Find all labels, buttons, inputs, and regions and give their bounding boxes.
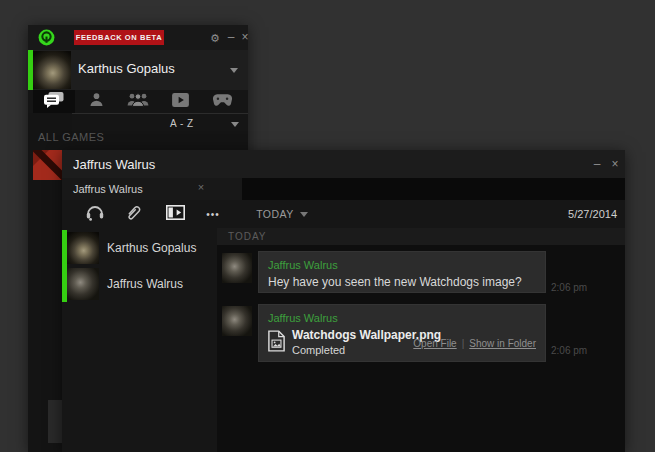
razer-comms-logo-icon [38,29,55,46]
contact-name: Karthus Gopalus [107,241,196,255]
chat-tab-bar: Jaffrus Walrus × [62,178,625,200]
chat-titlebar[interactable]: Jaffrus Walrus – × [62,150,625,178]
contact-name: Jaffrus Walrus [107,277,183,291]
contact-list: Karthus Gopalus Jaffrus Walrus [62,228,217,452]
chat-bubbles-icon [44,92,64,112]
image-file-icon [268,330,285,356]
filter-label: TODAY [256,208,294,220]
show-in-folder-link[interactable]: Show in Folder [469,338,536,349]
person-icon [89,92,104,111]
voice-call-button[interactable] [82,200,108,228]
paperclip-icon [125,204,141,225]
message-bubble: Jaffrus Walrus Watchd [258,304,546,362]
file-meta: Watchdogs Wallpaper.png Completed [292,329,413,357]
screen-share-icon [166,205,185,224]
media-tab[interactable] [159,90,201,113]
conversation-tab[interactable]: Jaffrus Walrus × [62,178,242,200]
message-history: TODAY Jaffrus Walrus Hey have you seen t… [217,228,625,452]
transfer-status: Completed [292,344,413,357]
screen-share-button[interactable] [161,200,189,228]
games-tab[interactable] [201,90,243,113]
desktop-background: FEEDBACK ON BETA ⚙ – × Karthus Gopalus [0,0,655,452]
sender-avatar [222,253,252,283]
chevron-down-icon[interactable] [230,68,238,73]
message-timestamp: 2:06 pm [551,345,587,356]
day-separator-label: TODAY [228,231,267,242]
message-row: Jaffrus Walrus Hey have you seen the new… [217,251,625,295]
message-timestamp: 2:06 pm [551,282,587,293]
message-sender-name: Jaffrus Walrus [268,312,536,324]
sender-avatar [222,306,252,336]
sort-label: A - Z [170,118,194,129]
nav-icon-bar [28,90,248,113]
chat-window-title: Jaffrus Walrus [73,157,155,172]
tab-label: Jaffrus Walrus [73,183,143,195]
chat-toolbar: ••• TODAY 5/27/2014 [62,200,625,228]
file-actions: Open File | Show in Folder [413,338,536,349]
groups-tab[interactable] [117,90,159,113]
history-date: 5/27/2014 [568,208,617,220]
message-sender-name: Jaffrus Walrus [268,259,536,271]
close-button[interactable]: × [238,28,252,46]
chevron-down-icon [231,122,239,127]
open-file-link[interactable]: Open File [413,338,456,349]
contact-avatar [67,232,99,264]
settings-gear-icon[interactable]: ⚙ [208,29,222,47]
attach-file-button[interactable] [120,200,146,228]
contact-avatar [67,268,99,300]
history-filter-dropdown[interactable]: TODAY [254,200,310,228]
chat-window: Jaffrus Walrus – × Jaffrus Walrus × [62,150,625,452]
contact-row-karthus[interactable]: Karthus Gopalus [62,230,217,266]
minimize-button[interactable]: – [590,155,604,173]
tab-close-icon[interactable]: × [194,181,208,193]
message-text: Hey have you seen the new Watchdogs imag… [268,275,536,289]
profile-name: Karthus Gopalus [78,61,175,76]
more-options-button[interactable]: ••• [200,200,226,228]
link-divider: | [462,338,465,349]
close-button[interactable]: × [608,155,622,173]
profile-avatar [33,51,71,89]
file-name: Watchdogs Wallpaper.png [292,329,413,342]
day-separator: TODAY [217,228,625,245]
comms-titlebar[interactable]: FEEDBACK ON BETA ⚙ – × [28,25,248,50]
message-bubble: Jaffrus Walrus Hey have you seen the new… [258,251,546,293]
feedback-on-beta-button[interactable]: FEEDBACK ON BETA [74,30,164,45]
message-row: Jaffrus Walrus Watchd [217,304,625,364]
headset-icon [86,204,104,225]
profile-row[interactable]: Karthus Gopalus [28,50,248,90]
group-people-icon [127,92,149,111]
game-controller-icon [212,93,233,111]
minimize-button[interactable]: – [224,28,238,46]
contact-row-jaffrus[interactable]: Jaffrus Walrus [62,266,217,302]
all-games-section-label: ALL GAMES [38,131,104,143]
video-play-icon [172,93,189,111]
file-attachment: Watchdogs Wallpaper.png Completed Open F… [268,329,536,357]
chevron-down-icon [300,212,308,217]
chats-tab[interactable] [33,90,75,113]
contacts-tab[interactable] [75,90,117,113]
dota2-game-tile[interactable] [33,150,63,180]
